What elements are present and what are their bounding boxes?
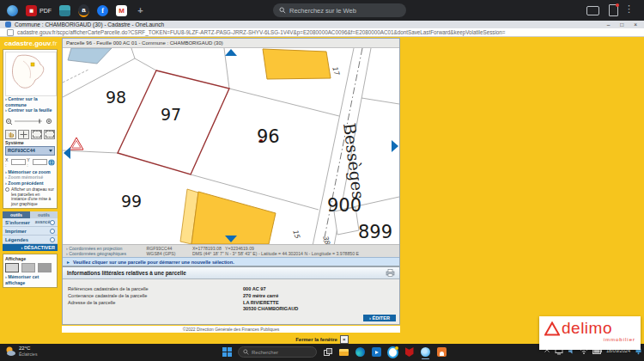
- pan-up-arrow[interactable]: [225, 49, 237, 56]
- weather-icon: [4, 346, 16, 358]
- parcel-label-97: 97: [161, 105, 181, 124]
- sidebar-panel: › Centrer sur la commune › Centrer sur l…: [3, 49, 58, 209]
- building-blue: [68, 48, 112, 64]
- browser-toolbar: ▦ PDF a f M + Recherchez sur le Web ⋮: [0, 0, 644, 21]
- deactivate-button[interactable]: › DÉSACTIVER: [3, 244, 58, 251]
- facebook-icon[interactable]: f: [97, 5, 108, 16]
- active-indicator: [422, 358, 429, 360]
- house-number-17: 17: [331, 65, 341, 76]
- commune-minimap[interactable]: [5, 52, 57, 96]
- close-button[interactable]: ×: [634, 21, 637, 28]
- tools-tabs: outils simples outils avancés: [3, 211, 58, 218]
- select-box-tool[interactable]: [44, 130, 55, 139]
- weather-temp: 22°C: [19, 346, 37, 352]
- flag-marker: [70, 138, 83, 150]
- close-window-icon[interactable]: ×: [340, 335, 349, 344]
- onelaunch-taskbar-icon[interactable]: [387, 346, 398, 358]
- info-row3-value1: LA RIVIERETTE: [243, 300, 279, 305]
- center-tool[interactable]: [18, 130, 29, 139]
- new-tab-button[interactable]: +: [135, 5, 146, 16]
- onelaunch-icon[interactable]: [7, 5, 18, 16]
- display-mode-2[interactable]: [21, 263, 35, 272]
- mail-app-icon[interactable]: [371, 346, 382, 358]
- hint-text: Veuillez cliquer sur une parcelle pour d…: [73, 260, 234, 265]
- tab-title[interactable]: Commune : CHAMBORIGAUD (30) - Cadastre -…: [15, 21, 164, 28]
- task-view-icon[interactable]: [322, 346, 333, 358]
- coord-geo-system: WGS84 (GPS): [146, 251, 191, 256]
- edit-button[interactable]: › ÉDITER: [363, 315, 396, 321]
- contacts-app-icon[interactable]: [436, 346, 447, 358]
- y-input[interactable]: [33, 159, 47, 165]
- dropdown-arrow-icon: [49, 150, 52, 152]
- tab-outils-simples[interactable]: outils simples: [3, 211, 30, 218]
- pan-left-arrow[interactable]: [64, 147, 70, 159]
- pan-hand-tool[interactable]: [5, 130, 16, 139]
- brand-name: delimo: [562, 319, 612, 338]
- display-mode-3[interactable]: [38, 263, 52, 272]
- mcafee-icon[interactable]: [404, 346, 415, 358]
- minimap-marker: [31, 63, 34, 66]
- center-feuille-link[interactable]: › Centrer sur la feuille: [5, 107, 55, 113]
- tool-imprimer[interactable]: Imprimer: [3, 227, 58, 236]
- x-input[interactable]: [11, 159, 26, 165]
- parcel-label-98: 98: [106, 88, 126, 107]
- y-label: Y :: [27, 157, 32, 168]
- weather-desc: Éclaircies: [19, 352, 37, 358]
- flag-checkbox[interactable]: [5, 187, 9, 192]
- cadastre-logo[interactable]: cadastre.gouv.fr: [0, 37, 60, 49]
- hint-arrow-icon: ►: [66, 260, 70, 265]
- house-numbers: 17 15 38: [291, 65, 341, 244]
- edge-icon[interactable]: [355, 346, 366, 358]
- minimize-button[interactable]: –: [607, 21, 611, 28]
- camera-icon[interactable]: [586, 6, 599, 15]
- tab-favicon: [5, 21, 11, 28]
- info-panel-title: Informations littérales relatives à une …: [67, 270, 186, 276]
- info-row2-value: 270 mètre carré: [243, 293, 278, 298]
- cadastre-map[interactable]: 98 97 96 99 900 899 Bessèges 17 15 38: [63, 48, 399, 244]
- previous-zoom-link[interactable]: › Zoom précédent: [5, 180, 55, 187]
- url-text: cadastre.gouv.fr/scpc/afficherCarteParce…: [17, 29, 506, 35]
- pdf-shortcut[interactable]: ▦ PDF: [26, 5, 52, 16]
- site-icon: [7, 29, 14, 36]
- tool-legendes[interactable]: Légendes: [3, 236, 58, 244]
- coord-geo-label[interactable]: › Coordonnées géographiques: [66, 251, 145, 256]
- trash-icon[interactable]: [609, 4, 618, 16]
- display-mode-1[interactable]: [5, 263, 19, 272]
- print-icon[interactable]: [386, 269, 395, 277]
- taskbar-search[interactable]: Rechercher: [238, 346, 317, 358]
- zoom-box-tool[interactable]: [31, 130, 42, 139]
- memorize-display-link[interactable]: › Mémoriser cet affichage: [5, 274, 55, 285]
- sidebar: cadastre.gouv.fr › Centrer sur la commun…: [0, 37, 60, 344]
- close-window-label[interactable]: Fermer la fenêtre: [295, 337, 337, 342]
- start-button[interactable]: [222, 346, 233, 358]
- display-title: Affichage: [5, 256, 55, 261]
- maximize-button[interactable]: □: [620, 21, 623, 28]
- street-name-label: Bessèges: [340, 122, 368, 200]
- browser-menu-icon[interactable]: ⋮: [624, 3, 634, 15]
- info-row1-value: 000 AC 97: [243, 286, 266, 291]
- tab-outils-avances[interactable]: outils avancés: [30, 211, 58, 218]
- amazon-icon[interactable]: a: [78, 4, 89, 17]
- go-globe-button[interactable]: [48, 159, 55, 166]
- house-number-38: 38: [321, 235, 331, 244]
- search-icon: [243, 349, 249, 355]
- weather-widget[interactable]: 22°C Éclaircies: [4, 346, 37, 358]
- gmail-icon[interactable]: M: [116, 5, 127, 16]
- info-row1-label: Références cadastrales de la parcelle: [68, 286, 149, 291]
- zoom-slider[interactable]: [5, 117, 55, 125]
- taskbar-search-placeholder: Rechercher: [252, 350, 278, 355]
- pan-right-arrow[interactable]: [392, 140, 398, 152]
- web-search-input[interactable]: Recherchez sur le Web: [273, 3, 406, 17]
- file-explorer-icon[interactable]: [338, 346, 349, 358]
- copyright-text: ©2022 Direction Générale des Finances Pu…: [62, 326, 400, 333]
- info-row3-label: Adresse de la parcelle: [68, 300, 115, 305]
- address-bar[interactable]: cadastre.gouv.fr/scpc/afficherCarteParce…: [0, 28, 644, 37]
- files-icon[interactable]: [59, 5, 70, 16]
- map-panel: Parcelle 96 - Feuille 000 AC 01 - Commun…: [62, 38, 400, 266]
- center-commune-link[interactable]: › Centrer sur la commune: [5, 96, 55, 107]
- parcel-label-899: 899: [358, 222, 392, 242]
- system-select[interactable]: RGF93CC44: [5, 146, 55, 156]
- active-browser-icon[interactable]: [420, 346, 431, 358]
- tab-strip: Commune : CHAMBORIGAUD (30) - Cadastre -…: [0, 21, 644, 28]
- adelimo-triangle-icon: [544, 321, 560, 336]
